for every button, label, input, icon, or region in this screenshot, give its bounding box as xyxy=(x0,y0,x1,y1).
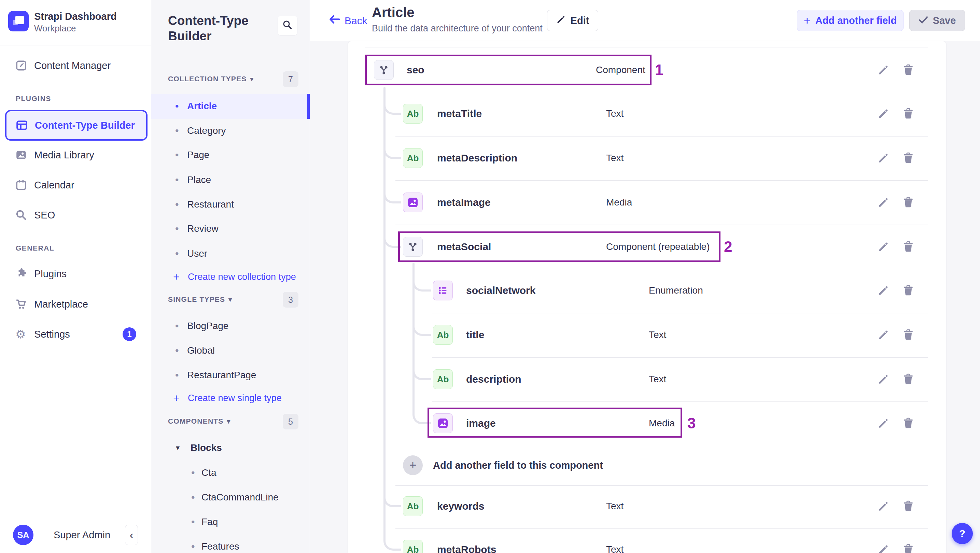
sidebar-item-content-type-builder[interactable]: Content-Type Builder xyxy=(5,110,148,141)
annotation-box-2 xyxy=(398,232,721,262)
field-name: description xyxy=(466,373,522,385)
bullet-icon: • xyxy=(175,199,179,210)
edit-field-button[interactable] xyxy=(878,329,889,341)
edit-field-button[interactable] xyxy=(878,544,889,553)
delete-field-button[interactable] xyxy=(902,241,914,253)
chevron-left-icon: ‹ xyxy=(130,529,134,541)
edit-field-button[interactable] xyxy=(878,501,889,512)
components-header-count-badge: 5 xyxy=(283,414,298,429)
search-button[interactable] xyxy=(278,16,298,35)
annotation-number-2: 2 xyxy=(724,238,732,255)
chevron-down-icon: ▾ xyxy=(250,75,254,83)
single-type-item-blogpage[interactable]: •BlogPage xyxy=(151,314,310,338)
plus-icon: + xyxy=(173,392,180,405)
component-item-ctacommandline[interactable]: •CtaCommandLine xyxy=(151,485,310,510)
sidebar-item-plugins[interactable]: Plugins xyxy=(0,262,151,286)
delete-field-button[interactable] xyxy=(902,285,914,296)
field-type: Text xyxy=(649,374,666,385)
tree-connector-elbow xyxy=(383,530,401,551)
single-type-item-restaurantpage[interactable]: •RestaurantPage xyxy=(151,363,310,388)
field-type: Text xyxy=(649,329,666,340)
delete-field-button[interactable] xyxy=(902,152,914,164)
edit-label: Edit xyxy=(571,15,589,26)
create-single-type-link[interactable]: +Create new single type xyxy=(151,386,310,410)
edit-field-button[interactable] xyxy=(878,418,889,429)
component-item-faq[interactable]: •Faq xyxy=(151,510,310,534)
sidebar-divider xyxy=(0,45,151,45)
component-item-features[interactable]: •Features xyxy=(151,534,310,553)
delete-field-button[interactable] xyxy=(902,373,914,385)
user-name: Super Admin xyxy=(54,529,110,541)
collection-type-item-category[interactable]: •Category xyxy=(151,118,310,143)
edit-field-button[interactable] xyxy=(878,108,889,119)
edit-field-button[interactable] xyxy=(878,64,889,76)
bullet-icon: • xyxy=(191,541,195,552)
edit-field-button[interactable] xyxy=(878,241,889,253)
item-label: Global xyxy=(187,345,215,356)
calendar-icon xyxy=(15,179,27,191)
sidebar-item-settings[interactable]: ⚙ Settings 1 xyxy=(0,322,151,346)
sidebar-item-label: Content-Type Builder xyxy=(35,120,135,131)
single-types-header[interactable]: SINGLE TYPES▾ xyxy=(168,295,232,304)
bullet-icon: • xyxy=(191,491,195,503)
collection-type-item-restaurant[interactable]: •Restaurant xyxy=(151,192,310,217)
single-types-header-label: SINGLE TYPES xyxy=(168,295,225,303)
add-field-to-component-row[interactable]: + Add another field to this component xyxy=(348,455,946,475)
tree-connector-elbow xyxy=(412,271,431,291)
back-link[interactable]: Back xyxy=(328,14,368,27)
collection-type-item-page[interactable]: •Page xyxy=(151,143,310,167)
panel-title: Content-Type Builder xyxy=(168,13,270,44)
bullet-icon: • xyxy=(175,149,179,161)
collection-type-item-article[interactable]: •Article xyxy=(151,94,310,118)
delete-field-button[interactable] xyxy=(902,197,914,208)
delete-field-button[interactable] xyxy=(902,544,914,553)
edit-field-button[interactable] xyxy=(878,197,889,208)
sidebar-item-media-library[interactable]: Media Library xyxy=(0,143,151,167)
sidebar-item-marketplace[interactable]: Marketplace xyxy=(0,292,151,316)
component-group-blocks[interactable]: ▾Blocks xyxy=(151,435,310,460)
delete-field-button[interactable] xyxy=(902,418,914,429)
text-field-icon: Ab xyxy=(403,148,423,168)
row-divider xyxy=(395,180,928,181)
sidebar-item-calendar[interactable]: Calendar xyxy=(0,173,151,197)
sidebar-item-label: Settings xyxy=(34,329,70,340)
create-collection-type-link[interactable]: +Create new collection type xyxy=(151,265,310,289)
edit-button[interactable]: Edit xyxy=(547,10,598,31)
user-avatar[interactable]: SA xyxy=(13,525,33,545)
help-button[interactable]: ? xyxy=(952,523,973,544)
delete-field-button[interactable] xyxy=(902,64,914,76)
add-another-field-button[interactable]: + Add another field xyxy=(797,10,904,31)
sidebar-item-content-manager[interactable]: Content Manager xyxy=(0,54,151,78)
delete-field-button[interactable] xyxy=(902,329,914,341)
save-button[interactable]: Save xyxy=(909,10,965,31)
single-type-item-global[interactable]: •Global xyxy=(151,338,310,363)
edit-field-button[interactable] xyxy=(878,285,889,296)
app-title: Strapi Dashboard xyxy=(34,11,117,22)
bullet-icon: • xyxy=(175,345,179,356)
edit-field-button[interactable] xyxy=(878,152,889,164)
collection-type-item-user[interactable]: •User xyxy=(151,242,310,266)
collection-type-item-review[interactable]: •Review xyxy=(151,216,310,241)
component-item-cta[interactable]: •Cta xyxy=(151,461,310,485)
delete-field-button[interactable] xyxy=(902,108,914,119)
collection-type-item-place[interactable]: •Place xyxy=(151,168,310,192)
field-type: Enumeration xyxy=(649,285,703,296)
pencil-icon xyxy=(556,15,566,27)
sidebar-item-label: Calendar xyxy=(34,180,75,191)
group-label: Blocks xyxy=(191,442,222,453)
row-divider xyxy=(395,136,928,137)
app-sidebar: Strapi Dashboard Workplace Content Manag… xyxy=(0,0,151,553)
collection-types-header[interactable]: COLLECTION TYPES▾ xyxy=(168,75,254,83)
item-label: Page xyxy=(187,149,209,160)
edit-field-button[interactable] xyxy=(878,373,889,385)
components-header[interactable]: COMPONENTS▾ xyxy=(168,417,231,425)
collection-types-header-count-badge: 7 xyxy=(283,72,298,87)
delete-field-button[interactable] xyxy=(902,501,914,512)
tree-connector-elbow xyxy=(383,486,401,507)
sidebar-item-seo[interactable]: SEO xyxy=(0,203,151,227)
text-field-icon: Ab xyxy=(433,369,453,389)
sidebar-collapse-button[interactable]: ‹ xyxy=(125,525,138,545)
plus-circle-icon: + xyxy=(403,455,423,475)
media-field-icon xyxy=(403,192,423,212)
annotation-box-1 xyxy=(365,55,652,85)
